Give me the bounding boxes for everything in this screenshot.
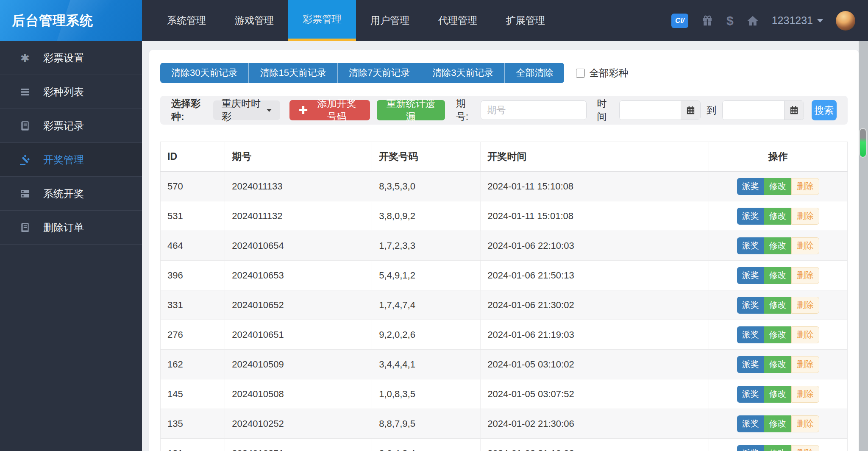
- delete-button[interactable]: 删除: [791, 297, 819, 314]
- edit-button[interactable]: 修改: [764, 208, 791, 225]
- ci-badge-icon[interactable]: CI/: [671, 14, 688, 28]
- edit-button[interactable]: 修改: [764, 297, 791, 314]
- search-button[interactable]: 搜索: [812, 100, 837, 120]
- filter-panel: 选择彩种: 重庆时时彩 ✚ 添加开奖号码 重新统计遗漏 期号: 时间: [160, 96, 848, 125]
- award-button[interactable]: 派奖: [737, 267, 764, 284]
- delete-button[interactable]: 删除: [791, 326, 819, 343]
- issue-cell: 2024010252: [225, 409, 372, 439]
- row-action-group: 派奖修改删除: [737, 297, 819, 314]
- clear-30days-button[interactable]: 清除30天前记录: [160, 63, 249, 83]
- home-icon[interactable]: [746, 14, 759, 27]
- delete-button[interactable]: 删除: [791, 237, 819, 254]
- id-cell: 531: [161, 201, 225, 231]
- table-row: 39620240106535,4,9,1,22024-01-06 21:50:1…: [161, 261, 848, 290]
- edit-button[interactable]: 修改: [764, 445, 791, 451]
- all-lottery-label[interactable]: 全部彩种: [589, 67, 628, 80]
- time-from-input[interactable]: [620, 101, 681, 120]
- award-button[interactable]: 派奖: [737, 326, 764, 343]
- nav-tab-game[interactable]: 游戏管理: [220, 0, 288, 41]
- list-icon: [19, 86, 31, 97]
- award-button[interactable]: 派奖: [737, 386, 764, 403]
- id-cell: 276: [161, 320, 225, 350]
- edit-button[interactable]: 修改: [764, 178, 791, 195]
- delete-button[interactable]: 删除: [791, 356, 819, 373]
- row-action-group: 派奖修改删除: [737, 356, 819, 373]
- award-button[interactable]: 派奖: [737, 208, 764, 225]
- calendar-icon-button[interactable]: [784, 101, 804, 120]
- sidebar-item-draw-management[interactable]: 开奖管理: [0, 143, 142, 177]
- book-icon: [19, 222, 31, 233]
- select-lottery-label: 选择彩种:: [171, 97, 207, 123]
- nav-tabs: 系统管理 游戏管理 彩票管理 用户管理 代理管理 扩展管理: [153, 0, 559, 41]
- id-cell: 331: [161, 290, 225, 320]
- add-draw-number-button[interactable]: ✚ 添加开奖号码: [289, 100, 370, 120]
- lottery-type-selected: 重庆时时彩: [222, 97, 262, 123]
- issue-cell: 2024010509: [225, 350, 372, 379]
- nav-tab-extend[interactable]: 扩展管理: [492, 0, 559, 41]
- lottery-type-dropdown[interactable]: 重庆时时彩: [213, 100, 280, 120]
- time-cell: 2024-01-02 21:30:06: [481, 409, 709, 439]
- award-button[interactable]: 派奖: [737, 237, 764, 254]
- edit-button[interactable]: 修改: [764, 267, 791, 284]
- clear-15days-button[interactable]: 清除15天前记录: [249, 63, 337, 83]
- dollar-icon[interactable]: $: [726, 14, 734, 28]
- edit-button[interactable]: 修改: [764, 386, 791, 403]
- issue-cell: 2024010653: [225, 261, 372, 290]
- gavel-icon: [19, 154, 31, 165]
- delete-button[interactable]: 删除: [791, 415, 819, 432]
- numbers-cell: 3,8,0,9,2: [372, 201, 481, 231]
- user-menu[interactable]: 1231231: [772, 14, 823, 27]
- delete-button[interactable]: 删除: [791, 445, 819, 451]
- time-label: 时间: [597, 97, 613, 123]
- award-button[interactable]: 派奖: [737, 356, 764, 373]
- sidebar-item-delete-orders[interactable]: 删除订单: [0, 211, 142, 245]
- recount-missing-button[interactable]: 重新统计遗漏: [377, 100, 445, 120]
- nav-tab-lottery[interactable]: 彩票管理: [288, 0, 356, 41]
- header-actions: 操作: [709, 142, 847, 172]
- award-button[interactable]: 派奖: [737, 178, 764, 195]
- award-button[interactable]: 派奖: [737, 297, 764, 314]
- table-row: 16220240105093,4,4,4,12024-01-05 03:10:0…: [161, 350, 848, 379]
- sidebar-item-lottery-records[interactable]: 彩票记录: [0, 109, 142, 143]
- nav-tab-system[interactable]: 系统管理: [153, 0, 220, 41]
- main-content: 清除30天前记录 清除15天前记录 清除7天前记录 清除3天前记录 全部清除 全…: [142, 41, 859, 451]
- avatar[interactable]: [836, 11, 855, 31]
- all-lottery-toggle: 全部彩种: [576, 67, 628, 80]
- nav-tab-label: 系统管理: [167, 14, 206, 27]
- award-button[interactable]: 派奖: [737, 445, 764, 451]
- all-lottery-checkbox[interactable]: [576, 69, 585, 78]
- gift-icon[interactable]: [701, 14, 714, 27]
- nav-tab-user[interactable]: 用户管理: [356, 0, 424, 41]
- clear-3days-button[interactable]: 清除3天前记录: [421, 63, 505, 83]
- clear-button-group: 清除30天前记录 清除15天前记录 清除7天前记录 清除3天前记录 全部清除: [160, 63, 564, 83]
- row-action-group: 派奖修改删除: [737, 208, 819, 225]
- edit-button[interactable]: 修改: [764, 415, 791, 432]
- actions-cell: 派奖修改删除: [709, 350, 847, 379]
- nav-tab-agent[interactable]: 代理管理: [424, 0, 492, 41]
- delete-button[interactable]: 删除: [791, 178, 819, 195]
- edit-button[interactable]: 修改: [764, 237, 791, 254]
- calendar-icon-button[interactable]: [681, 101, 700, 120]
- numbers-cell: 1,7,2,3,3: [372, 231, 481, 261]
- delete-button[interactable]: 删除: [791, 386, 819, 403]
- delete-button[interactable]: 删除: [791, 208, 819, 225]
- scrollbar-track[interactable]: [859, 41, 868, 451]
- sidebar-item-lottery-settings[interactable]: ✱ 彩票设置: [0, 41, 142, 75]
- clear-7days-button[interactable]: 清除7天前记录: [338, 63, 421, 83]
- sidebar-item-lottery-type-list[interactable]: 彩种列表: [0, 75, 142, 109]
- scrollbar-thumb[interactable]: [859, 128, 867, 158]
- sidebar-item-label: 开奖管理: [43, 153, 84, 167]
- table-row: 13520240102528,8,7,9,52024-01-02 21:30:0…: [161, 409, 848, 439]
- time-to-input[interactable]: [723, 101, 784, 120]
- issue-input[interactable]: [481, 100, 587, 120]
- draw-records-table: ID 期号 开奖号码 开奖时间 操作 57020240111338,3,5,3,…: [160, 142, 848, 451]
- row-action-group: 派奖修改删除: [737, 415, 819, 432]
- award-button[interactable]: 派奖: [737, 415, 764, 432]
- clear-all-button[interactable]: 全部清除: [505, 63, 564, 83]
- delete-button[interactable]: 删除: [791, 267, 819, 284]
- actions-cell: 派奖修改删除: [709, 379, 847, 409]
- sidebar-item-label: 彩票设置: [43, 51, 84, 65]
- sidebar-item-system-draw[interactable]: 系统开奖: [0, 177, 142, 211]
- edit-button[interactable]: 修改: [764, 356, 791, 373]
- edit-button[interactable]: 修改: [764, 326, 791, 343]
